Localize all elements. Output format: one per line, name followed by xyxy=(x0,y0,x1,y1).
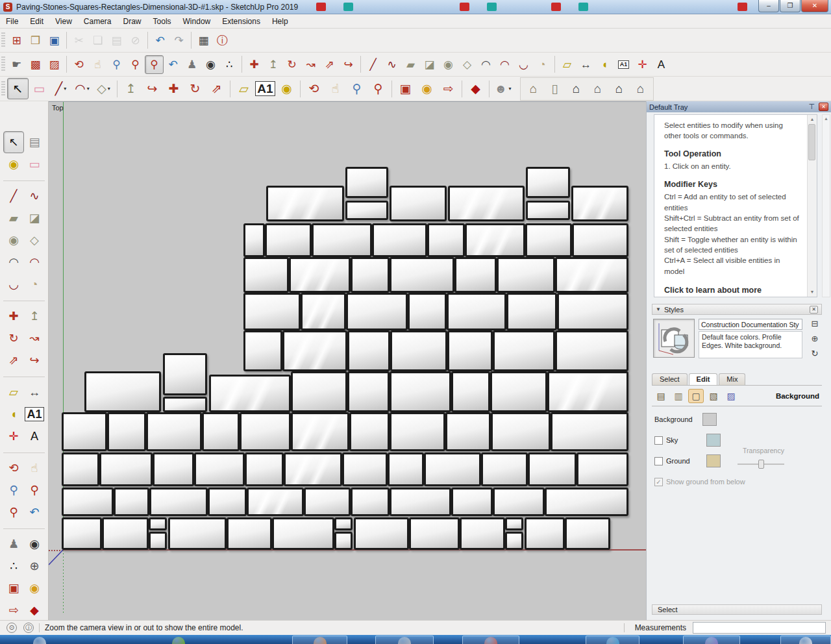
zoom-previous-button[interactable]: ↶ xyxy=(24,501,45,523)
paving-stone[interactable] xyxy=(577,452,628,486)
background-color-swatch[interactable] xyxy=(702,413,717,426)
user-account-button[interactable]: ☻▾ xyxy=(492,78,514,99)
paving-stone[interactable] xyxy=(243,257,289,293)
paving-stone[interactable] xyxy=(245,452,284,486)
paving-stone[interactable] xyxy=(526,167,570,198)
paving-stone[interactable] xyxy=(334,517,353,530)
dimension-button[interactable]: ↔ xyxy=(24,381,45,403)
menu-help[interactable]: Help xyxy=(266,15,294,28)
paving-stone[interactable] xyxy=(390,371,451,412)
paving-stone[interactable] xyxy=(146,412,202,451)
push-pull-button[interactable]: ↥ xyxy=(120,78,142,99)
ground-checkbox[interactable] xyxy=(654,457,663,465)
paving-stone[interactable] xyxy=(202,412,240,451)
send-to-layout-button[interactable]: ⇨ xyxy=(438,78,459,99)
paving-stone[interactable] xyxy=(388,452,424,486)
paving-stone[interactable] xyxy=(572,223,628,257)
ground-color-swatch[interactable] xyxy=(706,454,721,467)
start-orb-icon[interactable] xyxy=(33,637,46,644)
paving-stone[interactable] xyxy=(345,167,388,198)
background-settings-button[interactable]: ▢ xyxy=(688,389,704,403)
cut-button[interactable]: ✂ xyxy=(69,31,88,50)
select-cursor-button[interactable]: ☛ xyxy=(7,55,26,74)
taskbar-app-orange-icon[interactable] xyxy=(314,637,327,644)
geolocation-icon[interactable]: ⊙ xyxy=(6,623,17,633)
text-button[interactable]: A1 xyxy=(24,403,45,425)
paving-stone[interactable] xyxy=(346,293,408,330)
restore-button[interactable]: ❐ xyxy=(780,0,800,12)
print-button[interactable]: ▦ xyxy=(194,31,213,50)
paving-stone[interactable] xyxy=(114,488,149,516)
section-plane-button[interactable]: ⊕ xyxy=(24,555,45,577)
paving-stone[interactable] xyxy=(351,488,390,516)
move-button[interactable]: ✚ xyxy=(245,55,264,74)
paving-stone[interactable] xyxy=(291,412,349,451)
three-point-arc-button[interactable]: ◡ xyxy=(514,55,533,74)
paving-stone[interactable] xyxy=(505,532,523,550)
paving-stone[interactable] xyxy=(505,517,523,530)
paint-bucket-button[interactable]: ◉ xyxy=(276,78,297,99)
paving-stone[interactable] xyxy=(243,223,265,257)
paving-stone[interactable] xyxy=(265,223,312,257)
make-component-button[interactable]: ▤ xyxy=(24,131,45,153)
offset-button[interactable]: ↪ xyxy=(142,78,163,99)
paving-stone[interactable] xyxy=(84,371,161,412)
paving-stone[interactable] xyxy=(107,412,146,451)
save-button[interactable]: ▣ xyxy=(45,31,64,50)
paving-stone[interactable] xyxy=(149,488,208,516)
walk-button[interactable]: ∴ xyxy=(3,555,24,577)
paving-stone[interactable] xyxy=(243,293,301,330)
two-point-arc-button[interactable]: ◠ xyxy=(495,55,514,74)
paving-stone[interactable] xyxy=(349,412,390,451)
paving-stone[interactable] xyxy=(460,517,505,550)
select-pane-header[interactable]: Select xyxy=(652,604,822,615)
push-pull-button[interactable]: ↥ xyxy=(264,55,282,74)
3d-warehouse-button[interactable]: ▣ xyxy=(3,577,24,599)
paving-stone[interactable] xyxy=(289,257,351,293)
pan-button[interactable]: ☝ xyxy=(325,78,346,99)
advanced-operations-link[interactable]: Click to learn about more advanced opera… xyxy=(664,285,801,297)
paving-stone[interactable] xyxy=(390,257,454,293)
shapes-button[interactable]: ◇▾ xyxy=(93,78,114,99)
paving-stone[interactable] xyxy=(99,452,153,486)
taskbar-app-green-icon[interactable] xyxy=(172,637,185,644)
pie-button[interactable]: ◔ xyxy=(533,55,552,74)
dynamic-components-button[interactable]: ▩ xyxy=(26,55,45,74)
zoom-extents-button[interactable]: ⚲ xyxy=(3,501,24,523)
sketchup-home-button[interactable]: ⌂ xyxy=(523,78,544,99)
model-info-button[interactable]: ⓘ xyxy=(213,31,232,50)
zoom-extents-button[interactable]: ⚲ xyxy=(145,55,164,74)
paving-stone[interactable] xyxy=(243,330,282,371)
extension-manager-button[interactable]: ◆ xyxy=(465,78,486,99)
paving-stone[interactable] xyxy=(408,293,447,330)
erase-button[interactable]: ⊘ xyxy=(126,31,145,50)
follow-me-button[interactable]: ↝ xyxy=(24,327,45,349)
tape-measure-button[interactable]: ▱ xyxy=(558,55,577,74)
style-name-field[interactable] xyxy=(699,319,802,330)
pan-button[interactable]: ☝ xyxy=(24,457,45,479)
paving-stone[interactable] xyxy=(551,412,628,451)
scale-button[interactable]: ⇗ xyxy=(206,78,227,99)
offset-button[interactable]: ↪ xyxy=(24,349,45,371)
paving-stone[interactable] xyxy=(62,452,99,486)
paving-stone[interactable] xyxy=(451,371,490,412)
scrollbar-thumb[interactable] xyxy=(808,124,815,160)
pin-icon[interactable]: ⊤ xyxy=(808,103,815,111)
secondary-pane-toggle-icon[interactable]: ⊟ xyxy=(812,319,819,328)
redo-button[interactable]: ↷ xyxy=(169,31,188,50)
orbit-button[interactable]: ⟲ xyxy=(69,55,88,74)
paving-stone[interactable] xyxy=(525,223,572,257)
dropdown-arrow-icon[interactable]: ▾ xyxy=(87,86,90,92)
zoom-window-button[interactable]: ⚲ xyxy=(24,479,45,501)
tape-measure-button[interactable]: ▱ xyxy=(233,78,254,99)
component-sample-button[interactable]: ▯ xyxy=(544,78,565,99)
line-button[interactable]: ╱▾ xyxy=(50,78,71,99)
zoom-extents-button[interactable]: ⚲ xyxy=(367,78,389,99)
position-camera-button[interactable]: ♟ xyxy=(182,55,201,74)
zoom-button[interactable]: ⚲ xyxy=(346,78,367,99)
paving-stone[interactable] xyxy=(163,397,207,412)
paving-stone[interactable] xyxy=(168,517,227,550)
slider-thumb[interactable] xyxy=(758,460,764,469)
paving-stone[interactable] xyxy=(491,412,551,451)
house-outline-button[interactable]: ⌂ xyxy=(608,78,630,99)
